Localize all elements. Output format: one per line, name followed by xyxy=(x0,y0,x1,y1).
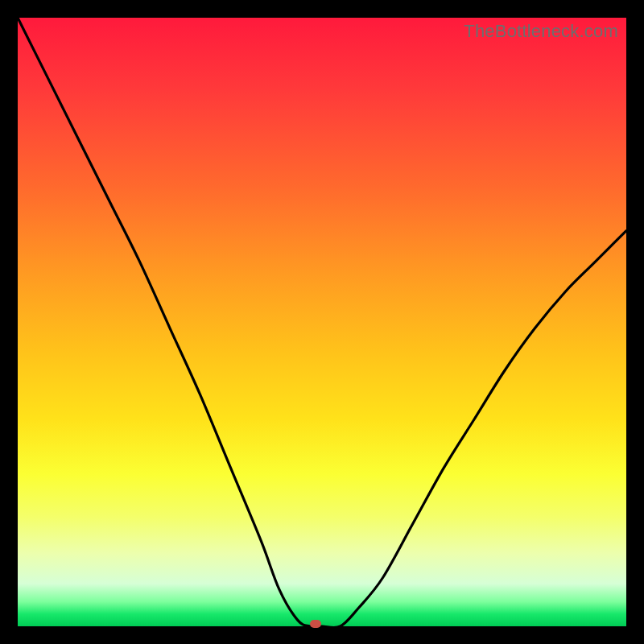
plot-area: TheBottleneck.com xyxy=(18,18,626,626)
bottleneck-curve xyxy=(18,18,626,626)
optimum-marker-icon xyxy=(310,620,321,628)
chart-frame: TheBottleneck.com xyxy=(0,0,644,644)
